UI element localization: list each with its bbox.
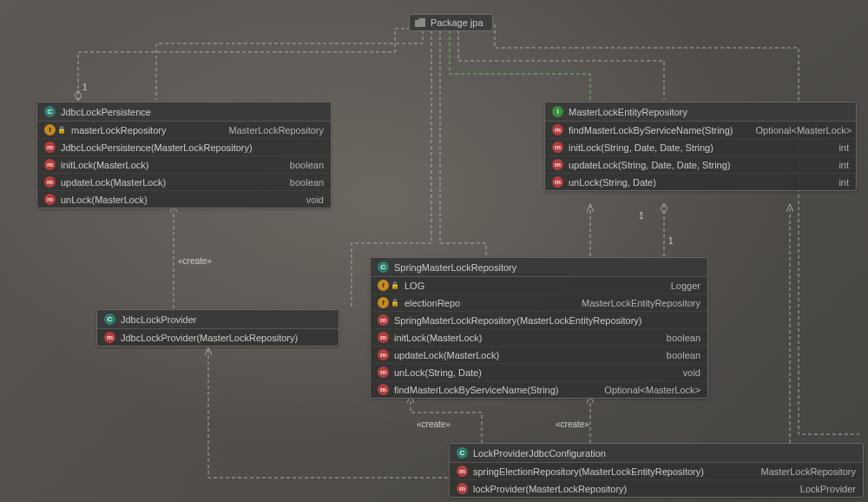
lock-icon: 🔒 bbox=[391, 281, 399, 290]
interface-master-lock-entity-repository[interactable]: I MasterLockEntityRepository mfindMaster… bbox=[544, 102, 857, 191]
method-icon: m bbox=[378, 384, 389, 395]
class-title: LockProviderJdbcConfiguration bbox=[473, 448, 606, 459]
method-row: mlockProvider(MasterLockRepository)LockP… bbox=[450, 480, 863, 497]
member-type: Optional<MasterLock> bbox=[756, 125, 852, 135]
member-name: springElectionRepository(MasterLockEntit… bbox=[473, 466, 739, 477]
method-row: mfindMasterLockByServiceName(String)Opti… bbox=[371, 381, 707, 398]
class-icon: C bbox=[104, 314, 115, 325]
method-icon: m bbox=[44, 142, 56, 153]
class-header: C JdbcLockPersistence bbox=[37, 102, 331, 122]
member-type: Logger bbox=[671, 281, 700, 291]
create-label: «create» bbox=[178, 256, 212, 266]
class-header: C LockProviderJdbcConfiguration bbox=[450, 444, 863, 463]
method-row: mspringElectionRepository(MasterLockEnti… bbox=[450, 463, 863, 480]
method-icon: m bbox=[457, 483, 468, 494]
member-type: int bbox=[838, 160, 849, 170]
class-icon: C bbox=[457, 447, 468, 459]
method-row: mJdbcLockProvider(MasterLockRepository) bbox=[97, 329, 339, 346]
member-name: findMasterLockByServiceName(String) bbox=[569, 125, 733, 135]
method-icon: m bbox=[44, 194, 56, 205]
member-name: initLock(MasterLock) bbox=[394, 333, 644, 343]
member-name: SpringMasterLockRepository(MasterLockEnt… bbox=[394, 315, 700, 326]
package-label: Package jpa bbox=[431, 17, 483, 28]
member-type: int bbox=[838, 177, 849, 188]
method-icon: m bbox=[378, 332, 389, 343]
member-type: void bbox=[683, 367, 700, 378]
method-row: mSpringMasterLockRepository(MasterLockEn… bbox=[371, 312, 707, 329]
multiplicity-label: 1 bbox=[82, 83, 88, 92]
field-icon: f bbox=[44, 124, 56, 135]
multiplicity-label: 1 bbox=[668, 236, 674, 246]
method-icon: m bbox=[552, 142, 563, 153]
member-name: electionRepo bbox=[404, 298, 559, 308]
class-spring-master-lock-repository[interactable]: C SpringMasterLockRepository f🔒LOGLogger… bbox=[370, 257, 708, 399]
lock-icon: 🔒 bbox=[391, 299, 399, 307]
method-row: mJdbcLockPersistence(MasterLockRepositor… bbox=[37, 139, 331, 156]
method-row: minitLock(MasterLock)boolean bbox=[371, 329, 707, 347]
member-type: MasterLockRepository bbox=[761, 466, 856, 477]
member-name: updateLock(MasterLock) bbox=[394, 350, 644, 360]
method-row: minitLock(String, Date, Date, String)int bbox=[545, 139, 856, 156]
member-name: masterLockRepository bbox=[71, 125, 207, 135]
method-icon: m bbox=[44, 159, 56, 170]
member-name: unLock(MasterLock) bbox=[61, 195, 284, 205]
class-icon: C bbox=[44, 106, 56, 117]
field-row: f🔒LOGLogger bbox=[371, 277, 707, 294]
class-body: mspringElectionRepository(MasterLockEnti… bbox=[450, 463, 863, 497]
create-label: «create» bbox=[417, 419, 450, 429]
member-name: JdbcLockProvider(MasterLockRepository) bbox=[121, 333, 332, 343]
package-node[interactable]: Package jpa bbox=[409, 14, 493, 31]
member-type: boolean bbox=[290, 160, 324, 170]
member-name: updateLock(String, Date, Date, String) bbox=[569, 160, 816, 170]
member-type: LockProvider bbox=[800, 484, 856, 494]
folder-icon bbox=[415, 18, 425, 27]
method-icon: m bbox=[104, 332, 115, 343]
method-row: mupdateLock(MasterLock)boolean bbox=[37, 174, 331, 191]
member-type: boolean bbox=[667, 333, 700, 343]
member-name: findMasterLockByServiceName(String) bbox=[394, 385, 582, 395]
class-body: f🔒masterLockRepositoryMasterLockReposito… bbox=[37, 122, 331, 208]
method-icon: m bbox=[457, 466, 468, 477]
member-type: MasterLockEntityRepository bbox=[582, 298, 700, 308]
member-name: unLock(String, Date) bbox=[569, 177, 816, 188]
class-body: f🔒LOGLoggerf🔒electionRepoMasterLockEntit… bbox=[371, 277, 707, 398]
create-label: «create» bbox=[556, 419, 589, 429]
method-icon: m bbox=[552, 159, 563, 170]
class-jdbc-lock-provider[interactable]: C JdbcLockProvider mJdbcLockProvider(Mas… bbox=[96, 309, 339, 347]
method-row: minitLock(MasterLock)boolean bbox=[37, 156, 331, 174]
field-row: f🔒masterLockRepositoryMasterLockReposito… bbox=[37, 122, 331, 139]
member-type: boolean bbox=[290, 177, 324, 188]
member-name: updateLock(MasterLock) bbox=[61, 177, 267, 188]
class-title: JdbcLockProvider bbox=[121, 314, 196, 325]
multiplicity-label: 1 bbox=[639, 211, 644, 221]
class-body: mJdbcLockProvider(MasterLockRepository) bbox=[97, 329, 339, 346]
lock-icon: 🔒 bbox=[57, 126, 66, 135]
method-row: munLock(MasterLock)void bbox=[37, 191, 331, 208]
member-name: initLock(MasterLock) bbox=[61, 160, 267, 170]
member-type: boolean bbox=[667, 350, 700, 360]
class-lock-provider-jdbc-configuration[interactable]: C LockProviderJdbcConfiguration mspringE… bbox=[449, 443, 864, 498]
method-icon: m bbox=[44, 176, 56, 188]
class-body: mfindMasterLockByServiceName(String)Opti… bbox=[545, 122, 856, 190]
class-jdbc-lock-persistence[interactable]: C JdbcLockPersistence f🔒masterLockReposi… bbox=[36, 102, 332, 208]
method-icon: m bbox=[378, 349, 389, 360]
method-icon: m bbox=[552, 176, 563, 188]
member-type: int bbox=[838, 142, 849, 153]
member-name: initLock(String, Date, Date, String) bbox=[569, 142, 816, 153]
class-title: MasterLockEntityRepository bbox=[569, 107, 687, 117]
member-name: unLock(String, Date) bbox=[394, 367, 661, 378]
method-row: mupdateLock(String, Date, Date, String)i… bbox=[545, 156, 856, 174]
class-title: SpringMasterLockRepository bbox=[394, 262, 516, 273]
member-name: lockProvider(MasterLockRepository) bbox=[473, 484, 778, 494]
field-icon: f bbox=[378, 297, 389, 308]
class-header: C JdbcLockProvider bbox=[97, 310, 339, 329]
field-icon: f bbox=[378, 280, 389, 291]
method-icon: m bbox=[378, 314, 389, 326]
member-name: LOG bbox=[404, 281, 648, 291]
method-row: mfindMasterLockByServiceName(String)Opti… bbox=[545, 122, 856, 139]
method-icon: m bbox=[378, 367, 389, 378]
member-name: JdbcLockPersistence(MasterLockRepository… bbox=[61, 142, 324, 153]
class-title: JdbcLockPersistence bbox=[61, 107, 151, 117]
class-icon: C bbox=[378, 261, 389, 273]
member-type: void bbox=[306, 195, 324, 205]
